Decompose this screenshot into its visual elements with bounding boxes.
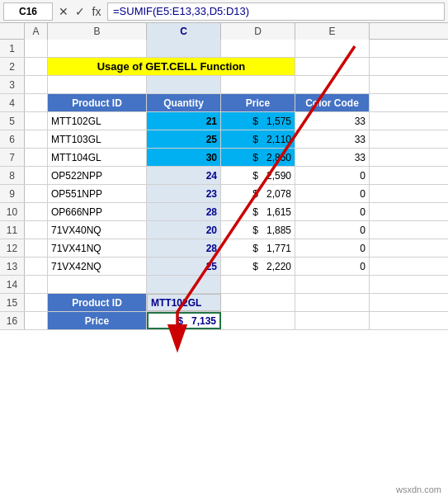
cell-c9[interactable]: 23 [147,185,221,202]
table-row: 15 Product ID MTT102GL [0,294,448,312]
cell-b5[interactable]: MTT102GL [48,112,147,130]
row-number: 16 [0,312,25,329]
cell-a5[interactable] [25,112,48,130]
cell-a14[interactable] [25,276,48,293]
cell-d13[interactable]: $ 2,220 [221,258,295,275]
cell-b9[interactable]: OP551NPP [48,185,147,202]
cell-c10[interactable]: 28 [147,203,221,220]
cell-b10[interactable]: OP666NPP [48,203,147,220]
cancel-icon[interactable]: ✕ [56,4,71,19]
cell-c1[interactable] [147,40,221,57]
cell-b14[interactable] [48,276,147,293]
cell-c15[interactable]: MTT102GL [147,294,221,311]
col-header-e[interactable]: E [295,23,370,40]
cell-e8[interactable]: 0 [295,167,370,184]
col-header-a[interactable]: A [25,23,48,40]
table-row: 9 OP551NPP 23 $ 2,078 0 [0,185,448,203]
spreadsheet: A B C D E 1 2 Usage of GET.CELL Function… [0,23,448,501]
cell-c3[interactable] [147,76,221,93]
cell-reference-box[interactable]: C16 [3,2,53,21]
cell-b11[interactable]: 71VX40NQ [48,221,147,239]
cell-c8[interactable]: 24 [147,167,221,184]
cell-c11[interactable]: 20 [147,221,221,239]
cell-d12[interactable]: $ 1,771 [221,239,295,257]
cell-e4-header[interactable]: Color Code [295,94,370,111]
cell-a10[interactable] [25,203,48,220]
cell-c12[interactable]: 28 [147,239,221,257]
cell-b4-header[interactable]: Product ID [48,94,147,111]
cell-e6[interactable]: 33 [295,130,370,148]
cell-e2[interactable] [295,58,370,75]
cell-b1[interactable] [48,40,147,57]
cell-e1[interactable] [295,40,370,57]
cell-c4-header[interactable]: Quantity [147,94,221,111]
row-number: 6 [0,130,25,148]
cell-a13[interactable] [25,258,48,275]
cell-a9[interactable] [25,185,48,202]
cell-b13[interactable]: 71VX42NQ [48,258,147,275]
cell-a12[interactable] [25,239,48,257]
table-row: 10 OP666NPP 28 $ 1,615 0 [0,203,448,221]
cell-c6[interactable]: 25 [147,130,221,148]
cell-e9[interactable]: 0 [295,185,370,202]
cell-d11[interactable]: $ 1,885 [221,221,295,239]
cell-d9[interactable]: $ 2,078 [221,185,295,202]
cell-e15[interactable] [295,294,370,311]
formula-bar: C16 ✕ ✓ fx [0,0,448,23]
cell-d3[interactable] [221,76,295,93]
cell-b15-label[interactable]: Product ID [48,294,147,311]
confirm-icon[interactable]: ✓ [73,4,87,19]
cell-d14[interactable] [221,276,295,293]
row-number: 15 [0,294,25,311]
cell-b8[interactable]: OP522NPP [48,167,147,184]
cell-e12[interactable]: 0 [295,239,370,257]
cell-e16[interactable] [295,312,370,329]
cell-c5[interactable]: 21 [147,112,221,130]
cell-e10[interactable]: 0 [295,203,370,220]
cell-a3[interactable] [25,76,48,93]
row-number: 7 [0,149,25,166]
cell-b3[interactable] [48,76,147,93]
cell-a15[interactable] [25,294,48,311]
cell-d5[interactable]: $ 1,575 [221,112,295,130]
cell-a6[interactable] [25,130,48,148]
cell-b2-title[interactable]: Usage of GET.CELL Function [48,58,295,75]
fx-icon[interactable]: fx [89,4,104,19]
cell-e5[interactable]: 33 [295,112,370,130]
col-header-d[interactable]: D [221,23,295,40]
cell-a4[interactable] [25,94,48,111]
cell-d8[interactable]: $ 2,590 [221,167,295,184]
cell-c16-active[interactable]: $ 7,135 [147,312,221,329]
cell-b7[interactable]: MTT104GL [48,149,147,166]
cell-c14[interactable] [147,276,221,293]
cell-b6[interactable]: MTT103GL [48,130,147,148]
cell-e3[interactable] [295,76,370,93]
formula-icons: ✕ ✓ fx [56,4,104,19]
cell-b16-label[interactable]: Price [48,312,147,329]
cell-d6[interactable]: $ 2,110 [221,130,295,148]
cell-a11[interactable] [25,221,48,239]
table-row: 7 MTT104GL 30 $ 2,850 33 [0,149,448,167]
cell-e14[interactable] [295,276,370,293]
cell-d4-header[interactable]: Price [221,94,295,111]
cell-d7[interactable]: $ 2,850 [221,149,295,166]
table-row: 5 MTT102GL 21 $ 1,575 33 [0,112,448,130]
cell-e11[interactable]: 0 [295,221,370,239]
cell-c7[interactable]: 30 [147,149,221,166]
cell-b12[interactable]: 71VX41NQ [48,239,147,257]
cell-e13[interactable]: 0 [295,258,370,275]
cell-d1[interactable] [221,40,295,57]
cell-e7[interactable]: 33 [295,149,370,166]
cell-d10[interactable]: $ 1,615 [221,203,295,220]
cell-c13[interactable]: 25 [147,258,221,275]
cell-a16[interactable] [25,312,48,329]
cell-a2[interactable] [25,58,48,75]
cell-a7[interactable] [25,149,48,166]
cell-a1[interactable] [25,40,48,57]
col-header-b[interactable]: B [48,23,147,40]
cell-a8[interactable] [25,167,48,184]
cell-d16[interactable] [221,312,295,329]
cell-d15[interactable] [221,294,295,311]
col-header-c[interactable]: C [147,23,221,40]
formula-input[interactable] [107,2,445,21]
